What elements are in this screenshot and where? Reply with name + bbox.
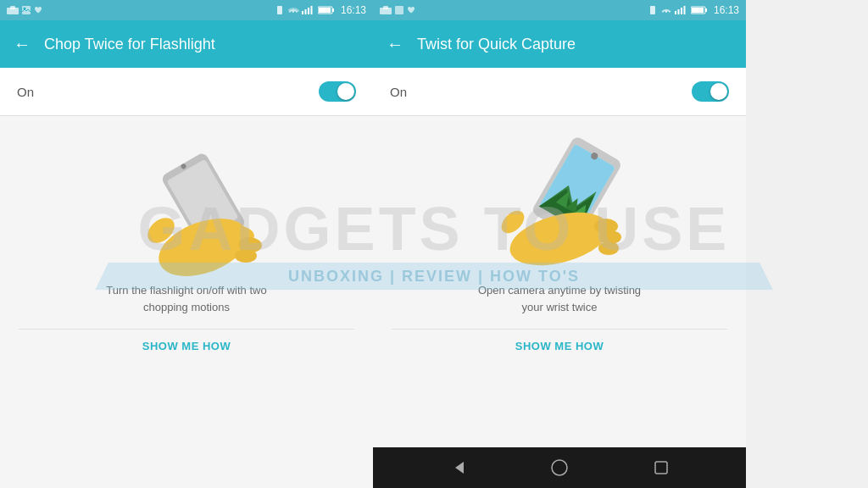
divider-2: [392, 329, 727, 330]
content-area-1: Turn the flashlight on/off with two chop…: [0, 116, 373, 488]
status-bar-2: 16:13: [373, 0, 746, 20]
svg-rect-22: [383, 6, 388, 9]
screen-title-1: Chop Twice for Flashlight: [44, 36, 359, 53]
panel-twist: 16:13 ← Twist for Quick Capture On: [373, 0, 746, 488]
svg-rect-11: [319, 8, 331, 13]
status-icons-right-2: 16:13: [648, 4, 739, 16]
nav-back-icon[interactable]: [448, 458, 467, 477]
toggle-switch-2[interactable]: [692, 81, 729, 102]
back-button-2[interactable]: ←: [387, 35, 403, 54]
svg-marker-47: [455, 462, 464, 474]
svg-rect-28: [683, 6, 685, 14]
toggle-row-1: On: [0, 68, 373, 116]
chop-svg: [110, 133, 280, 277]
svg-rect-30: [705, 8, 707, 12]
image-icon-2: [395, 6, 403, 14]
twist-illustration: [475, 133, 644, 269]
nav-recents-icon[interactable]: [652, 458, 670, 477]
svg-rect-10: [332, 8, 334, 12]
signal-icon-2: [675, 6, 688, 14]
description-1: Turn the flashlight on/off with two chop…: [93, 282, 280, 315]
twist-svg: [475, 133, 661, 277]
time-display-2: 16:13: [714, 4, 739, 16]
heart-icon: [34, 6, 42, 14]
toggle-switch-1[interactable]: [319, 81, 356, 102]
nav-bar: [373, 447, 746, 488]
toggle-label-1: On: [17, 85, 34, 99]
wifi-icon-2: [660, 6, 672, 14]
status-icons-right-1: 16:13: [275, 4, 366, 16]
svg-rect-1: [10, 6, 15, 9]
svg-rect-25: [675, 11, 676, 14]
heart-icon-2: [407, 6, 415, 14]
svg-rect-27: [681, 8, 682, 14]
battery-icon-1: [318, 6, 335, 14]
top-bar-2: ← Twist for Quick Capture: [373, 20, 746, 68]
svg-rect-24: [650, 6, 655, 14]
svg-rect-23: [395, 6, 403, 14]
phone-icon-1: [275, 6, 285, 14]
show-me-how-button-2[interactable]: SHOW ME HOW: [515, 340, 604, 352]
wifi-icon-1: [287, 6, 299, 14]
svg-rect-7: [308, 8, 309, 14]
chop-illustration: [110, 133, 263, 269]
panel-chop: 16:13 ← Chop Twice for Flashlight On: [0, 0, 373, 488]
signal-icon-1: [302, 6, 315, 14]
divider-1: [19, 329, 354, 330]
phone-icon-2: [648, 6, 658, 14]
top-bar-1: ← Chop Twice for Flashlight: [0, 20, 373, 68]
svg-rect-6: [304, 9, 306, 14]
svg-point-48: [552, 460, 567, 475]
content-area-2: Open camera anytime by twisting your wri…: [373, 116, 746, 447]
screen-title-2: Twist for Quick Capture: [417, 36, 732, 53]
time-display-1: 16:13: [341, 4, 366, 16]
notification-icon: [7, 6, 19, 14]
image-icon: [22, 6, 31, 14]
back-button-1[interactable]: ←: [14, 35, 31, 54]
notification-icon-2: [380, 6, 392, 14]
status-icons-left-2: [380, 6, 415, 14]
svg-rect-4: [277, 6, 282, 14]
svg-rect-8: [310, 6, 312, 14]
toggle-label-2: On: [390, 85, 407, 99]
svg-rect-49: [655, 462, 667, 474]
nav-home-icon[interactable]: [550, 458, 569, 477]
svg-rect-5: [302, 11, 303, 14]
status-icons-left-1: [7, 6, 42, 14]
svg-rect-26: [677, 9, 679, 14]
svg-point-20: [235, 249, 257, 263]
description-2: Open camera anytime by twisting your wri…: [466, 282, 653, 315]
show-me-how-button-1[interactable]: SHOW ME HOW: [142, 340, 231, 352]
svg-rect-31: [692, 8, 704, 13]
toggle-row-2: On: [373, 68, 746, 116]
battery-icon-2: [691, 6, 708, 14]
status-bar-1: 16:13: [0, 0, 373, 20]
svg-point-46: [598, 241, 619, 255]
